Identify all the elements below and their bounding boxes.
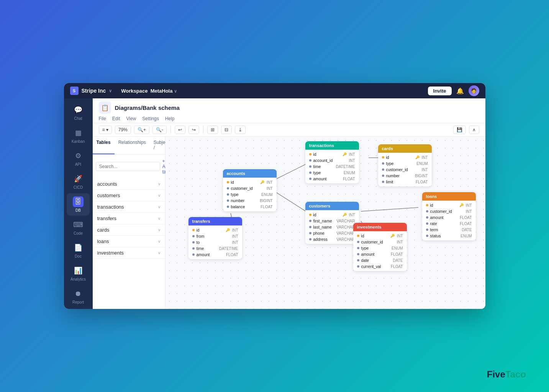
panel-tabs: Tables Relationships Subject / [93, 137, 165, 155]
list-item[interactable]: cards∨ [93, 224, 165, 236]
avatar[interactable]: 🧑 [469, 85, 479, 96]
sidebar-item-report[interactable]: ⏺ Report [67, 285, 90, 307]
brand-name: Stripe Inc [82, 88, 106, 94]
table-header: cards [378, 144, 432, 153]
zoom-out-button[interactable]: 🔍- [152, 126, 167, 134]
table-row: customer_idINT [353, 239, 407, 245]
table-card-loans[interactable]: loans id🔑INT customer_idINT amountFLOAT … [422, 192, 476, 240]
menu-settings[interactable]: Settings [142, 116, 159, 123]
sidebar-item-label: Report [72, 300, 84, 304]
table-row: fromINT [188, 233, 242, 239]
top-bar: S Stripe Inc ∨ Workspace MetaHola ∨ Invi… [64, 83, 485, 98]
tab-tables[interactable]: Tables [93, 137, 115, 154]
sidebar-item-label: CICD [74, 185, 83, 189]
zoom-in-button[interactable]: 🔍+ [134, 126, 149, 134]
export-button[interactable]: ⤓ [235, 126, 246, 134]
collapse-button[interactable]: ∧ [469, 126, 479, 134]
panel-search-row: + Add table [93, 155, 165, 178]
sidebar-item-teams[interactable]: 🗓 Teams [67, 308, 90, 309]
tab-relationships[interactable]: Relationships [115, 137, 150, 154]
table-row: id🔑INT [305, 212, 359, 218]
menu-help[interactable]: Help [165, 116, 175, 123]
table-card-investments[interactable]: investments id🔑INT customer_idINT typeEN… [353, 223, 407, 271]
sidebar-item-label: Analytics [70, 277, 86, 281]
sidebar-item-kanban[interactable]: ▦ Kanban [67, 124, 90, 147]
brand-icon: S [70, 87, 79, 95]
sidebar-item-code[interactable]: ⌨ Code [67, 216, 90, 238]
menu-file[interactable]: File [99, 116, 106, 123]
list-item[interactable]: transfers∨ [93, 213, 165, 224]
table-header: transactions [305, 141, 359, 150]
sidebar-item-doc[interactable]: 📄 Doc [67, 239, 90, 261]
table-row: typeENUM [305, 170, 359, 176]
table-row: timeDATETIME [305, 163, 359, 170]
zoom-display[interactable]: 79% [115, 126, 131, 134]
table-body: id🔑INT customer_idINT amountFLOAT rateFL… [422, 201, 476, 240]
cicd-icon: 🚀 [73, 173, 84, 184]
table-card-accounts[interactable]: accounts id🔑INT customer_idINT typeENUM … [223, 169, 277, 211]
table-row: id🔑INT [305, 151, 359, 157]
sidebar-item-cicd[interactable]: 🚀 CICD [67, 170, 90, 193]
table-body: id🔑INT fromINT toINT timeDATETIME amount… [188, 225, 242, 259]
table-body: id🔑INT first_nameVARCHAR last_nameVARCHA… [305, 210, 359, 244]
report-icon: ⏺ [73, 288, 84, 299]
sidebar-item-label: Code [74, 231, 83, 235]
table-row: id🔑INT [422, 202, 476, 208]
list-item[interactable]: customers∨ [93, 190, 165, 201]
sidebar-item-chat[interactable]: 💬 Chat [67, 101, 90, 124]
sidebar-item-api[interactable]: ⚙ API [67, 147, 90, 170]
fivetaco-brand: FiveTaco [487, 369, 526, 380]
table-row: typeENUM [378, 160, 432, 167]
table-row: addressVARCHAR [305, 236, 359, 242]
main-content: 💬 Chat ▦ Kanban ⚙ API 🚀 CICD 🗄 DB ⌨ Cod [64, 98, 485, 309]
table-row: current_valFLOAT [353, 263, 407, 270]
menu-view[interactable]: View [126, 116, 136, 123]
db-icon: 🗄 [73, 196, 84, 207]
toolbar-separator [170, 126, 171, 134]
notification-icon[interactable]: 🔔 [456, 87, 464, 95]
view-toggle-button[interactable]: ≡ ▾ [99, 126, 112, 134]
page-title: Diagrams/Bank schema [115, 105, 180, 111]
table-row: last_nameVARCHAR [305, 224, 359, 230]
sidebar-item-label: Kanban [72, 139, 85, 144]
table-row: id🔑INT [188, 227, 242, 233]
table-card-cards[interactable]: cards id🔑INT typeENUM customer_idINT num… [378, 144, 432, 186]
undo-button[interactable]: ↩ [175, 126, 185, 134]
card-view-button[interactable]: ⊟ [221, 126, 232, 134]
table-card-customers[interactable]: customers id🔑INT first_nameVARCHAR last_… [305, 202, 359, 244]
page-area: 📋 Diagrams/Bank schema File Edit View Se… [93, 98, 485, 309]
table-view-button[interactable]: ⊞ [207, 126, 218, 134]
list-item[interactable]: accounts∨ [93, 178, 165, 190]
table-header: investments [353, 223, 407, 231]
toolbar-separator2 [203, 126, 203, 134]
diagram-canvas[interactable]: accounts id🔑INT customer_idINT typeENUM … [166, 137, 485, 309]
list-item[interactable]: investments∨ [93, 247, 165, 259]
sidebar-item-analytics[interactable]: 📊 Analytics [67, 262, 90, 284]
table-header: customers [305, 202, 359, 210]
save-button[interactable]: 💾 [453, 126, 466, 134]
doc-icon: 📄 [73, 242, 84, 253]
redo-button[interactable]: ↪ [188, 126, 199, 134]
table-row: statusENUM [422, 233, 476, 239]
menu-edit[interactable]: Edit [112, 116, 120, 123]
page-menu: File Edit View Settings Help [99, 116, 479, 123]
table-card-transactions[interactable]: transactions id🔑INT account_idINT timeDA… [305, 141, 359, 183]
table-row: account_idINT [305, 157, 359, 163]
kanban-icon: ▦ [73, 127, 84, 138]
table-row: id🔑INT [353, 233, 407, 239]
table-row: toINT [188, 239, 242, 245]
api-icon: ⚙ [73, 150, 84, 161]
list-item[interactable]: transactions∨ [93, 201, 165, 213]
table-row: first_nameVARCHAR [305, 218, 359, 224]
table-row: amountFLOAT [422, 214, 476, 220]
table-row: dateDATE [353, 257, 407, 263]
table-row: customer_idINT [223, 185, 277, 191]
table-row: typeENUM [353, 245, 407, 251]
table-body: id🔑INT account_idINT timeDATETIME typeEN… [305, 150, 359, 183]
list-item[interactable]: loans∨ [93, 236, 165, 247]
search-input[interactable] [96, 162, 160, 171]
table-card-transfers[interactable]: transfers id🔑INT fromINT toINT timeDATET… [188, 217, 242, 259]
invite-button[interactable]: Invite [428, 87, 452, 95]
table-body: id🔑INT customer_idINT typeENUM numberBIG… [223, 178, 277, 211]
sidebar-item-db[interactable]: 🗄 DB [67, 193, 90, 216]
